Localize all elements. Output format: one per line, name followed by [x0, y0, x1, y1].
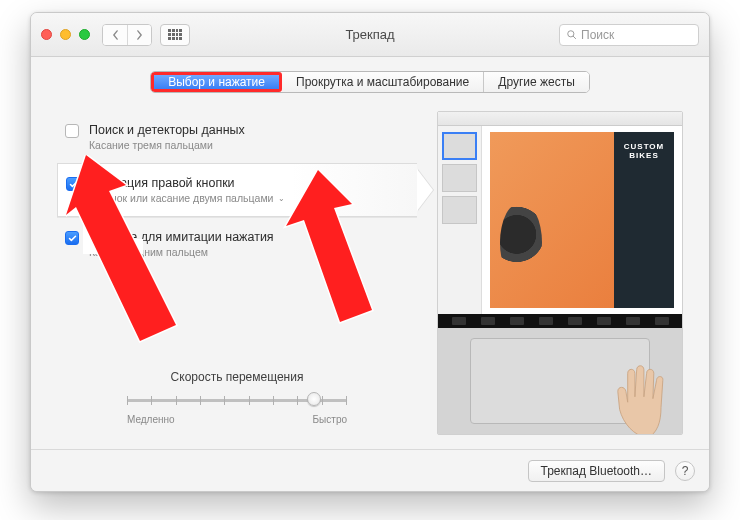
checkbox-secondary-click[interactable] — [66, 177, 80, 191]
search-placeholder: Поиск — [581, 28, 614, 42]
annotation-occlusion — [83, 239, 143, 254]
preview-photo — [490, 132, 614, 308]
checkmark-icon — [69, 180, 78, 189]
tab-point-and-click[interactable]: Выбор и нажатие — [154, 75, 279, 89]
gesture-preview: CUSTOM BIKES — [437, 111, 683, 435]
show-all-button[interactable] — [160, 24, 190, 46]
preferences-window: Трекпад Поиск Выбор и нажатие Прокрутка … — [30, 12, 710, 492]
window-footer: Трекпад Bluetooth… ? — [31, 449, 709, 491]
slider-min-label: Медленно — [127, 414, 175, 425]
option-lookup-label: Поиск и детекторы данных — [89, 123, 245, 137]
option-secondary-click-sub[interactable]: Щелчок или касание двумя пальцами ⌄ — [90, 192, 285, 204]
titlebar: Трекпад Поиск — [31, 13, 709, 57]
chevron-right-icon — [136, 30, 143, 40]
chevron-down-icon: ⌄ — [278, 194, 285, 203]
preview-trackpad — [470, 338, 650, 424]
nav-forward-button[interactable] — [127, 25, 151, 45]
preview-screen: CUSTOM BIKES — [438, 112, 682, 314]
tab-more-gestures[interactable]: Другие жесты — [483, 72, 589, 92]
preview-canvas: CUSTOM BIKES — [482, 126, 682, 314]
preview-thumb — [442, 132, 477, 160]
search-field[interactable]: Поиск — [559, 24, 699, 46]
zoom-window-button[interactable] — [79, 29, 90, 40]
help-button[interactable]: ? — [675, 461, 695, 481]
option-lookup[interactable]: Поиск и детекторы данных Касание тремя п… — [57, 111, 417, 163]
tracking-speed-block: Скорость перемещения Медленно Быстро — [57, 370, 417, 435]
preview-keyboard-area — [438, 314, 682, 434]
window-controls — [41, 29, 90, 40]
annotation-highlight-tab: Выбор и нажатие — [151, 72, 282, 92]
preview-poster: CUSTOM BIKES — [614, 132, 674, 308]
nav-buttons — [102, 24, 152, 46]
minimize-window-button[interactable] — [60, 29, 71, 40]
preview-thumb — [442, 196, 477, 224]
close-window-button[interactable] — [41, 29, 52, 40]
option-lookup-sub: Касание тремя пальцами — [89, 139, 245, 151]
slider-labels: Медленно Быстро — [127, 414, 347, 425]
search-icon — [566, 29, 577, 40]
preview-touchbar — [438, 314, 682, 328]
checkbox-tap-to-click[interactable] — [65, 231, 79, 245]
slider-knob[interactable] — [307, 392, 321, 406]
slider-max-label: Быстро — [313, 414, 347, 425]
option-tap-to-click[interactable]: Касание для имитации нажатия Касание одн… — [57, 217, 417, 270]
content-area: Поиск и детекторы данных Касание тремя п… — [31, 93, 709, 449]
bluetooth-trackpad-button[interactable]: Трекпад Bluetooth… — [528, 460, 665, 482]
options-list: Поиск и детекторы данных Касание тремя п… — [57, 111, 417, 435]
grid-icon — [168, 29, 182, 41]
preview-menubar — [438, 112, 682, 126]
option-secondary-click-label: Имитация правой кнопки — [90, 176, 285, 190]
preview-thumb — [442, 164, 477, 192]
checkbox-lookup[interactable] — [65, 124, 79, 138]
tracking-speed-slider[interactable] — [127, 390, 347, 410]
nav-back-button[interactable] — [103, 25, 127, 45]
preview-thumbnails — [438, 126, 482, 314]
poster-line1: CUSTOM — [624, 142, 665, 151]
chevron-left-icon — [112, 30, 119, 40]
option-secondary-click[interactable]: Имитация правой кнопки Щелчок или касани… — [57, 163, 417, 217]
poster-line2: BIKES — [629, 151, 658, 160]
tracking-speed-label: Скорость перемещения — [57, 370, 417, 384]
tab-scroll-zoom[interactable]: Прокрутка и масштабирование — [282, 72, 483, 92]
preview-page: CUSTOM BIKES — [490, 132, 674, 308]
tab-bar: Выбор и нажатие Прокрутка и масштабирова… — [31, 57, 709, 93]
svg-line-1 — [573, 36, 575, 38]
tab-segmented-control: Выбор и нажатие Прокрутка и масштабирова… — [150, 71, 590, 93]
checkmark-icon — [68, 234, 77, 243]
